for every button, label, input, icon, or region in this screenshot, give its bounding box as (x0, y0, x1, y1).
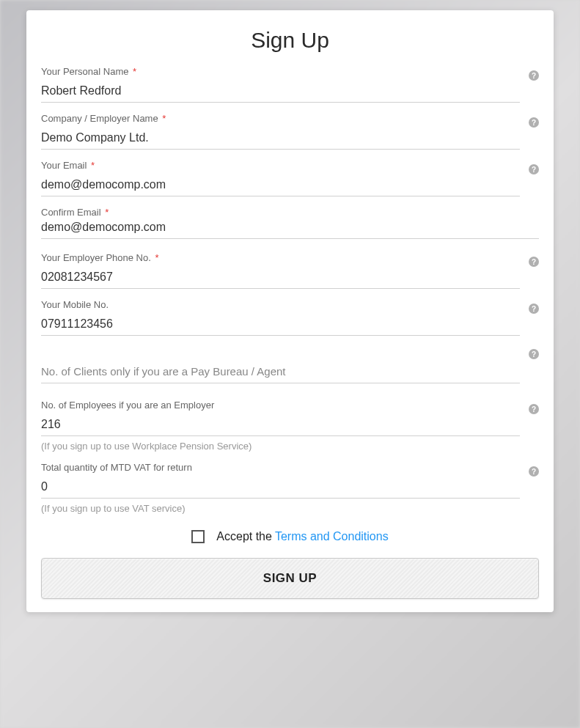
help-icon[interactable]: ? (529, 466, 539, 477)
clients-input[interactable] (41, 349, 520, 383)
label-personal-name: Your Personal Name * (41, 66, 520, 77)
help-icon[interactable]: ? (529, 117, 539, 128)
help-icon[interactable]: ? (529, 404, 539, 414)
signup-card: Sign Up Your Personal Name * ? Company /… (26, 10, 554, 612)
help-icon[interactable]: ? (529, 164, 539, 174)
terms-link[interactable]: Terms and Conditions (275, 530, 389, 543)
field-email: Your Email * ? (41, 160, 539, 196)
field-mobile: Your Mobile No. ? (41, 299, 539, 336)
accept-checkbox[interactable] (191, 530, 205, 543)
field-employees: No. of Employees if you are an Employer … (41, 400, 539, 452)
confirm-email-input[interactable] (41, 219, 539, 239)
help-icon[interactable]: ? (529, 304, 539, 314)
email-input[interactable] (41, 172, 520, 196)
label-confirm-email: Confirm Email * (41, 207, 539, 218)
help-icon[interactable]: ? (529, 70, 539, 81)
page-title: Sign Up (41, 28, 539, 53)
accept-prefix: Accept the (216, 530, 272, 543)
field-company-name: Company / Employer Name * ? (41, 113, 539, 150)
company-name-input[interactable] (41, 125, 520, 150)
label-company-name: Company / Employer Name * (41, 113, 520, 124)
field-employer-phone: Your Employer Phone No. * ? (41, 252, 539, 289)
signup-button[interactable]: Sign Up (41, 558, 539, 599)
help-icon[interactable]: ? (529, 257, 539, 267)
label-mobile: Your Mobile No. (41, 299, 520, 310)
field-clients: ? (41, 349, 539, 383)
mtd-vat-hint: (If you sign up to use VAT service) (41, 503, 539, 514)
accept-terms-row: Accept the Terms and Conditions (41, 530, 539, 543)
employees-hint: (If you sign up to use Workplace Pension… (41, 441, 539, 452)
mobile-input[interactable] (41, 312, 520, 336)
help-icon[interactable]: ? (529, 349, 539, 359)
personal-name-input[interactable] (41, 78, 520, 103)
label-employees: No. of Employees if you are an Employer (41, 400, 520, 411)
mtd-vat-input[interactable] (41, 474, 520, 499)
field-personal-name: Your Personal Name * ? (41, 66, 539, 103)
employees-input[interactable] (41, 412, 520, 436)
label-mtd-vat: Total quantity of MTD VAT for return (41, 462, 520, 473)
label-employer-phone: Your Employer Phone No. * (41, 252, 520, 263)
field-confirm-email: Confirm Email * (41, 207, 539, 239)
field-mtd-vat: Total quantity of MTD VAT for return ? (… (41, 462, 539, 514)
label-email: Your Email * (41, 160, 520, 171)
employer-phone-input[interactable] (41, 265, 520, 289)
